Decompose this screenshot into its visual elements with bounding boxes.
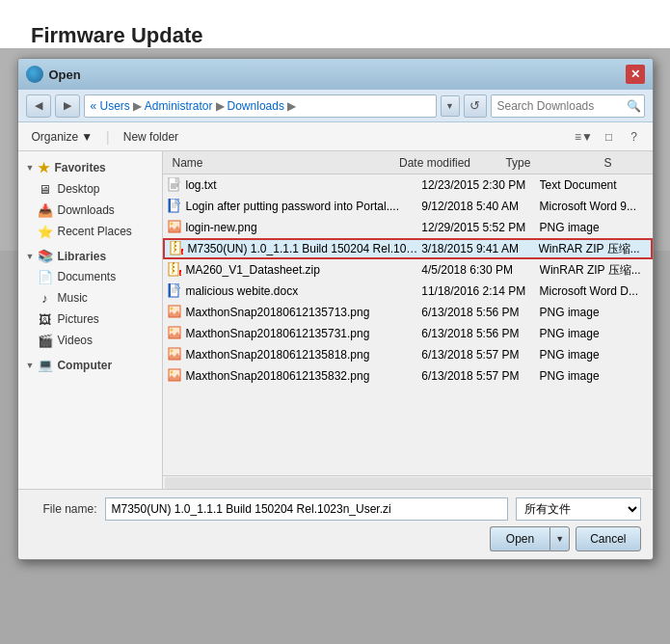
recent-places-icon: ⭐ [38,224,53,239]
forward-button[interactable]: ▶ [55,94,80,118]
open-btn-dropdown[interactable]: ▼ [549,526,570,551]
sidebar-item-desktop[interactable]: 🖥 Desktop [18,178,162,200]
file-icon [167,199,182,214]
sidebar-favorites-header[interactable]: ▼ ★ Favorites [18,157,162,178]
help-btn[interactable]: ? [624,126,645,148]
file-row[interactable]: ZM7350(UN) 1.0_1.1.1 Build 150204 Rel.10… [163,238,653,259]
filetype-select[interactable]: 所有文件 [516,497,641,521]
open-button-group: Open ▼ [490,526,570,551]
svg-rect-22 [173,266,174,268]
svg-point-41 [170,371,173,374]
svg-rect-15 [174,243,175,245]
file-row[interactable]: Login after putting password into Portal… [163,196,653,217]
new-folder-button[interactable]: New folder [118,128,184,146]
new-folder-label: New folder [123,130,178,144]
sidebar-pictures-label: Pictures [58,312,99,326]
file-row[interactable]: malicious webite.docx11/18/2016 2:14 PMM… [163,281,653,302]
file-icon [167,368,182,384]
file-type: Microsoft Word D... [540,284,649,298]
sidebar-favorites-section: ▼ ★ Favorites 🖥 Desktop 📥 Downloads ⭐ [18,157,162,242]
file-modified: 11/18/2016 2:14 PM [421,284,539,298]
sidebar-computer-header[interactable]: ▼ 💻 Computer [18,355,162,375]
svg-point-10 [170,223,173,226]
svg-point-39 [170,350,173,353]
cancel-button[interactable]: Cancel [576,526,640,551]
pictures-icon: 🖼 [38,311,53,327]
breadcrumb-dropdown-btn[interactable]: ▼ [441,95,460,117]
col-header-modified[interactable]: Date modified [393,156,499,170]
dialog-title: Open [49,67,626,82]
file-row[interactable]: MaxthonSnap20180612135731.png6/13/2018 5… [163,323,653,344]
col-header-size[interactable]: S [598,156,648,170]
sidebar-item-pictures[interactable]: 🖼 Pictures [18,309,162,330]
back-button[interactable]: ◀ [26,94,51,118]
file-type: Microsoft Word 9... [540,200,649,213]
libraries-arrow-icon: ▼ [26,252,35,261]
actions-separator: | [106,129,110,145]
file-row[interactable]: ZMA260_V1_Datasheet.zip4/5/2018 6:30 PMW… [163,259,653,281]
open-dialog: Open ✕ ◀ ▶ « Users ▶ Administrator ▶ Dow… [17,58,654,560]
file-row[interactable]: MaxthonSnap20180612135832.png6/13/2018 5… [163,365,653,387]
view-tiles-btn[interactable]: □ [599,126,620,148]
computer-arrow-icon: ▼ [26,361,35,370]
dialog-overlay: Open ✕ ◀ ▶ « Users ▶ Administrator ▶ Dow… [0,48,670,644]
sidebar-item-music[interactable]: ♪ Music [18,287,162,309]
svg-text:Z: Z [179,271,181,276]
sidebar-documents-label: Documents [58,270,117,283]
organize-button[interactable]: Organize ▼ [26,128,99,146]
sidebar-item-videos[interactable]: 🎬 Videos [18,330,162,351]
file-type: PNG image [540,221,649,234]
libraries-label: Libraries [57,250,106,263]
file-row[interactable]: MaxthonSnap20180612135818.png6/13/2018 5… [163,344,653,365]
documents-icon: 📄 [38,269,53,284]
sidebar-desktop-label: Desktop [58,182,100,196]
file-icon [167,283,182,299]
file-modified: 12/23/2015 2:30 PM [421,178,539,192]
sidebar: ▼ ★ Favorites 🖥 Desktop 📥 Downloads ⭐ [18,151,163,489]
refresh-button[interactable]: ↺ [464,94,487,118]
file-icon [167,177,182,193]
organize-arrow: ▼ [81,130,93,144]
file-row[interactable]: log.txt12/23/2015 2:30 PMText Document [163,174,653,196]
scrollbar-track[interactable] [165,477,651,489]
file-modified: 6/13/2018 5:56 PM [421,327,539,340]
svg-rect-21 [173,262,174,264]
search-input[interactable] [491,94,645,118]
breadcrumb-root[interactable]: « Users [91,99,130,113]
file-name: MaxthonSnap20180612135713.png [186,306,422,319]
favorites-star-icon: ★ [38,160,50,175]
sidebar-item-recent[interactable]: ⭐ Recent Places [18,221,162,242]
horizontal-scrollbar[interactable] [163,475,653,489]
sidebar-videos-label: Videos [58,334,93,347]
dialog-close-button[interactable]: ✕ [626,65,645,84]
search-icon[interactable]: 🔍 [627,99,641,113]
svg-text:Z: Z [181,250,183,255]
breadcrumb-path1[interactable]: Administrator [145,99,213,113]
sidebar-music-label: Music [58,291,88,305]
dialog-actions-bar: Organize ▼ | New folder ≡▼ □ ? [18,122,653,151]
dialog-footer: File name: 所有文件 Open ▼ Cancel [18,489,653,559]
favorites-label: Favorites [54,161,105,174]
file-row[interactable]: MaxthonSnap20180612135713.png6/13/2018 5… [163,302,653,323]
file-row[interactable]: login-new.png12/29/2015 5:52 PMPNG image [163,217,653,238]
svg-point-37 [170,329,173,332]
breadcrumb-path2[interactable]: Downloads [228,99,284,113]
col-header-type[interactable]: Type [499,156,598,170]
sidebar-item-downloads[interactable]: 📥 Downloads [18,200,162,221]
sidebar-libraries-header[interactable]: ▼ 📚 Libraries [18,246,162,266]
col-header-name[interactable]: Name [167,156,394,170]
svg-rect-14 [174,249,176,251]
file-modified: 6/13/2018 5:56 PM [421,306,539,319]
open-button[interactable]: Open [490,526,549,551]
footer-filename-row: File name: 所有文件 [30,497,641,521]
file-name: MA260_V1_Datasheet.zip [186,263,422,277]
file-modified: 4/5/2018 6:30 PM [421,263,539,277]
desktop-icon: 🖥 [38,181,53,197]
file-name: login-new.png [186,221,422,234]
view-details-btn[interactable]: ≡▼ [574,126,595,148]
sidebar-recent-label: Recent Places [58,225,132,238]
sidebar-item-documents[interactable]: 📄 Documents [18,266,162,287]
filename-input[interactable] [105,497,508,521]
file-icon [167,326,182,341]
svg-rect-17 [174,251,175,253]
